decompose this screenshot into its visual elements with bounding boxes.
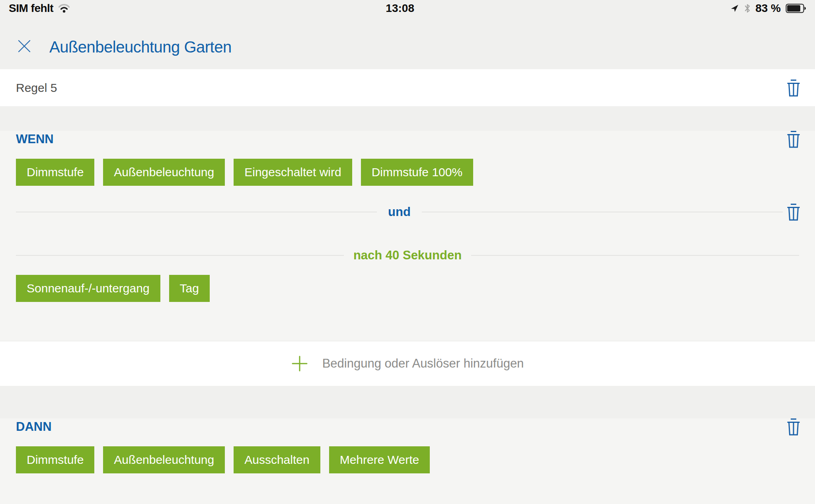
delete-wenn-button[interactable] — [785, 130, 802, 149]
delay-divider: nach 40 Sekunden — [0, 247, 815, 264]
action-chip-row: DimmstufeAußenbeleuchtungAusschaltenMehr… — [0, 446, 815, 473]
status-bar: SIM fehlt 13:08 83 % — [0, 0, 815, 17]
wifi-icon — [58, 4, 70, 13]
condition-chip[interactable]: Sonnenauf-/-untergang — [16, 275, 160, 302]
trash-icon — [786, 130, 801, 148]
plus-icon — [291, 355, 308, 372]
location-icon — [730, 4, 739, 13]
rule-name-label: Regel 5 — [16, 81, 57, 95]
trigger-chip[interactable]: Außenbeleuchtung — [103, 159, 225, 186]
dann-header: DANN — [0, 418, 815, 435]
wenn-header: WENN — [0, 131, 815, 148]
delete-dann-button[interactable] — [785, 417, 802, 436]
action-chip[interactable]: Dimmstufe — [16, 446, 94, 473]
bluetooth-icon — [744, 3, 751, 14]
trigger-chip[interactable]: Eingeschaltet wird — [234, 159, 352, 186]
divider-line — [16, 212, 377, 212]
app-screen: SIM fehlt 13:08 83 % — [0, 0, 815, 504]
delete-operator-button[interactable] — [785, 202, 802, 222]
clock-label: 13:08 — [70, 2, 730, 15]
condition-chip[interactable]: Tag — [169, 275, 210, 302]
divider-line — [16, 255, 344, 256]
trash-icon — [786, 418, 801, 436]
wenn-label: WENN — [16, 132, 54, 146]
delete-rule-button[interactable] — [785, 78, 802, 97]
status-right: 83 % — [730, 2, 806, 15]
page-title: Außenbeleuchtung Garten — [49, 39, 232, 54]
trash-icon — [786, 203, 801, 221]
dann-section: DANN DimmstufeAußenbeleuchtungAusschalte… — [0, 418, 815, 504]
page-header: Außenbeleuchtung Garten — [0, 17, 815, 69]
add-condition-row[interactable]: Bedingung oder Auslöser hinzufügen — [0, 341, 815, 386]
status-left: SIM fehlt — [9, 2, 70, 15]
action-chip[interactable]: Ausschalten — [234, 446, 320, 473]
battery-percent-label: 83 % — [755, 2, 781, 15]
dann-label: DANN — [16, 420, 52, 434]
trigger-chip-row: DimmstufeAußenbeleuchtungEingeschaltet w… — [0, 159, 815, 186]
close-button[interactable] — [17, 39, 32, 54]
action-chip[interactable]: Außenbeleuchtung — [103, 446, 225, 473]
carrier-label: SIM fehlt — [9, 2, 53, 15]
trash-icon — [786, 79, 801, 97]
wenn-section: WENN DimmstufeAußenbeleuchtungEingeschal… — [0, 131, 815, 341]
condition-chip-row: Sonnenauf-/-untergangTag — [0, 275, 815, 302]
operator-divider: und — [0, 204, 815, 220]
operator-label[interactable]: und — [377, 205, 422, 219]
battery-fill — [787, 5, 800, 12]
action-chip[interactable]: Mehrere Werte — [329, 446, 430, 473]
close-icon — [17, 39, 32, 54]
battery-icon — [786, 3, 806, 14]
add-condition-label: Bedingung oder Auslöser hinzufügen — [322, 356, 524, 371]
trigger-chip[interactable]: Dimmstufe 100% — [361, 159, 473, 186]
rule-row[interactable]: Regel 5 — [0, 69, 815, 106]
divider-line — [422, 212, 783, 212]
divider-line — [471, 255, 799, 256]
trigger-chip[interactable]: Dimmstufe — [16, 159, 94, 186]
delay-label[interactable]: nach 40 Sekunden — [344, 248, 471, 263]
